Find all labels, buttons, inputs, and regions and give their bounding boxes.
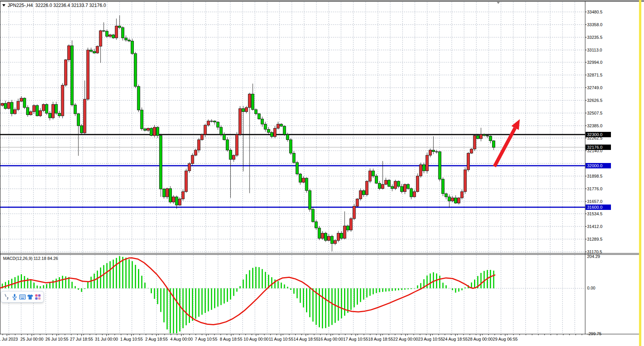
- time-axis-label: 1 Aug 10:55: [120, 337, 143, 341]
- price-level-badge: 32000.0: [586, 163, 611, 168]
- price-axis-label: 33235.5: [587, 35, 602, 40]
- price-level-badge: 32176.0: [586, 145, 611, 150]
- input-overlay-toolbar: [1, 291, 44, 303]
- symbol-title: JPN225-,H4 32226.0 32236.4 32133.7 32176…: [2, 3, 106, 8]
- symbol-ohlc-text: JPN225-,H4 32226.0 32236.4 32133.7 32176…: [8, 3, 106, 8]
- price-level-badge: 31600.0: [586, 205, 611, 210]
- time-axis-label: 24 Aug 18:55: [443, 337, 468, 341]
- price-axis-label: 33480.5: [587, 10, 602, 14]
- pen-fragment-icon[interactable]: [3, 293, 10, 300]
- price-axis-label: 32385.0: [587, 123, 602, 128]
- right-edge-highlight: [639, 0, 641, 346]
- price-axis-label: 31170.5: [587, 250, 602, 254]
- price-axis-label: 32994.0: [587, 60, 602, 65]
- macd-scale-zero: 0.00: [587, 286, 595, 290]
- microphone-icon[interactable]: [11, 293, 18, 300]
- keyboard-icon[interactable]: [19, 293, 26, 300]
- time-axis-label: 18 Aug 18:55: [368, 337, 393, 341]
- time-axis-label: 21 Jul 2023: [0, 337, 18, 341]
- price-axis-label: 31776.0: [587, 186, 602, 191]
- time-axis-label: 10 Aug 00:00: [244, 337, 269, 341]
- chart-shift-marker-icon[interactable]: [497, 2, 500, 4]
- time-axis-label: 22 Aug 00:00: [393, 337, 418, 341]
- price-axis-label: 31534.5: [587, 211, 602, 216]
- time-axis-label: 23 Aug 10:55: [418, 337, 443, 341]
- price-axis-label: 31657.0: [587, 199, 602, 204]
- price-axis-label: 31412.0: [587, 224, 602, 229]
- price-axis-label: 32626.5: [587, 98, 602, 103]
- macd-scale-top: 204.29: [587, 254, 600, 259]
- chart-window: JPN225-,H4 32226.0 32236.4 32133.7 32176…: [0, 0, 644, 346]
- chart-svg[interactable]: [0, 0, 644, 346]
- price-axis-label: 31289.5: [587, 237, 602, 241]
- time-axis-label: 26 Jul 10:55: [45, 337, 68, 341]
- time-axis-label: 2 Aug 18:55: [145, 337, 168, 341]
- chart-canvas[interactable]: [0, 0, 644, 346]
- macd-indicator-label: MACD(12,26,9) 112.18 84.26: [3, 256, 58, 261]
- time-axis-label: 29 Aug 06:55: [493, 337, 518, 341]
- macd-scale-bottom: -299.75: [587, 331, 601, 336]
- time-axis-label: 11 Aug 10:55: [269, 337, 293, 341]
- time-axis-label: 4 Aug 00:00: [170, 337, 193, 341]
- time-axis-label: 7 Aug 10:55: [195, 337, 218, 341]
- time-axis-label: 31 Jul 00:00: [95, 337, 118, 341]
- time-axis-label: 8 Aug 18:55: [220, 337, 243, 341]
- symbol-dropdown-caret-icon[interactable]: [2, 4, 5, 7]
- time-axis-label: 27 Jul 18:55: [70, 337, 93, 341]
- price-axis-label: 33113.0: [587, 48, 602, 52]
- price-axis-label: 32749.0: [587, 85, 602, 90]
- price-axis-label: 32507.5: [587, 111, 602, 115]
- time-axis-label: 28 Aug 00:00: [468, 337, 493, 341]
- time-axis-label: 14 Aug 18:55: [294, 337, 319, 341]
- time-axis-label: 17 Aug 10:55: [343, 337, 368, 341]
- price-axis-label: 33358.0: [587, 22, 602, 27]
- price-axis-label: 31898.5: [587, 174, 602, 178]
- price-level-badge: 32300.0: [586, 132, 611, 137]
- color-grid-icon[interactable]: [34, 293, 41, 300]
- price-axis-label: 32871.5: [587, 73, 602, 77]
- tshirt-icon[interactable]: [27, 293, 33, 300]
- time-axis-label: 16 Aug 00:00: [318, 337, 343, 341]
- time-axis-label: 25 Jul 00:00: [20, 337, 43, 341]
